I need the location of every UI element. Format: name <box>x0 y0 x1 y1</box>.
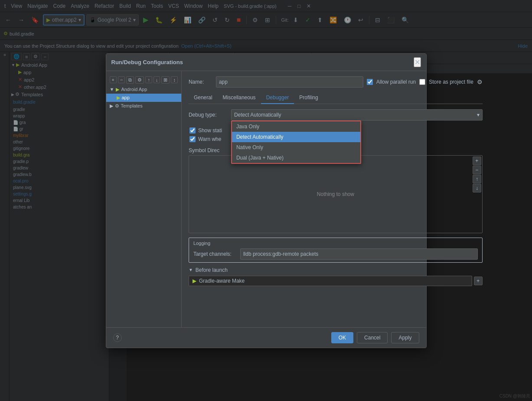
gradle-make-icon: ▶ <box>193 278 196 284</box>
dialog-close-button[interactable]: ✕ <box>414 57 421 67</box>
dialog-tree-templates[interactable]: ▶ ⚙ Templates <box>106 102 181 110</box>
symbol-add-button[interactable]: + <box>473 156 481 165</box>
dialog-title-bar: Run/Debug Configurations ✕ <box>106 54 426 71</box>
settings-gear-button[interactable]: ⚙ <box>477 78 483 85</box>
dialog-left-toolbar: + − ⧉ ⚙ ↑ ↓ ⊞ ↕ <box>106 75 181 85</box>
dialog-tabs: General Miscellaneous Debugger Profiling <box>189 92 483 104</box>
warn-when-checkbox[interactable] <box>189 136 196 142</box>
copy-config-button[interactable]: ⧉ <box>126 76 134 84</box>
target-channels-input[interactable] <box>240 248 478 260</box>
dropdown-item-detect-auto[interactable]: Detect Automatically <box>232 132 360 142</box>
name-row: Name: Allow parallel run Store as projec… <box>189 76 483 88</box>
dropdown-arrow-icon: ▾ <box>477 112 480 118</box>
tab-debugger[interactable]: Debugger <box>261 92 294 104</box>
dialog-footer: ? OK Cancel Apply <box>106 327 426 348</box>
dialog-left-panel: + − ⧉ ⚙ ↑ ↓ ⊞ ↕ ▼ ▶ Android App <box>106 71 182 327</box>
expand-button[interactable]: ↕ <box>171 76 178 83</box>
dialog-tree-android-app[interactable]: ▼ ▶ Android App <box>106 85 181 94</box>
logging-title: Logging <box>193 241 478 246</box>
add-config-button[interactable]: + <box>110 76 117 83</box>
nothing-to-show-text: Nothing to show <box>317 191 354 197</box>
logging-row: Target channels: <box>193 248 478 260</box>
debug-type-dropdown-container: Detect Automatically ▾ Java Only Detect … <box>231 109 483 121</box>
store-as-project-checkbox[interactable] <box>419 79 425 85</box>
cancel-button[interactable]: Cancel <box>357 332 388 343</box>
dialog-tree-templates-label: Templates <box>121 103 143 108</box>
tab-miscellaneous[interactable]: Miscellaneous <box>218 92 261 104</box>
debug-type-label: Debug type: <box>189 112 228 118</box>
help-button[interactable]: ? <box>113 333 122 342</box>
dropdown-item-dual[interactable]: Dual (Java + Native) <box>232 153 360 163</box>
dialog-app-icon: ▶ <box>117 95 120 101</box>
sort-button[interactable]: ⊞ <box>161 76 170 84</box>
symbol-dir-area: Nothing to show + − ↑ ↓ <box>189 155 483 233</box>
dialog-body: + − ⧉ ⚙ ↑ ↓ ⊞ ↕ ▼ ▶ Android App <box>106 71 426 327</box>
show-static-label: Show stati <box>198 127 222 134</box>
debug-type-row: Debug type: Detect Automatically ▾ Java … <box>189 109 483 121</box>
tab-profiling[interactable]: Profiling <box>294 92 323 104</box>
show-static-checkbox[interactable] <box>189 127 196 134</box>
dialog-templates-chevron: ▶ <box>110 103 113 109</box>
before-launch-section: ▼ Before launch ▶ Gradle-aware Make + <box>189 267 483 286</box>
ide-background: t View Navigate Code Analyze Refactor Bu… <box>0 0 532 401</box>
run-debug-dialog: Run/Debug Configurations ✕ + − ⧉ ⚙ ↑ ↓ ⊞… <box>106 53 427 348</box>
before-launch-chevron-icon: ▼ <box>189 267 193 272</box>
move-up-button[interactable]: ↑ <box>145 76 152 83</box>
remove-config-button[interactable]: − <box>118 76 125 83</box>
dialog-tree-chevron: ▼ <box>110 87 114 92</box>
apply-button[interactable]: Apply <box>391 332 419 343</box>
dialog-tree-app[interactable]: ▶ app <box>106 94 181 102</box>
before-launch-row: ▶ Gradle-aware Make + <box>189 276 483 286</box>
symbol-remove-button[interactable]: − <box>473 166 481 174</box>
ok-button[interactable]: OK <box>331 332 353 343</box>
settings-config-button[interactable]: ⚙ <box>135 76 144 84</box>
dialog-right-panel: Name: Allow parallel run Store as projec… <box>182 71 490 327</box>
dialog-templates-icon: ⚙ <box>115 103 119 109</box>
warn-when-label: Warn whe <box>198 136 222 142</box>
allow-parallel-checkbox[interactable] <box>367 79 373 85</box>
before-launch-add-button[interactable]: + <box>474 277 483 285</box>
symbol-toolbar: + − ↑ ↓ <box>472 156 482 193</box>
symbol-up-button[interactable]: ↑ <box>473 175 481 183</box>
gradle-aware-make-label: Gradle-aware Make <box>199 278 245 284</box>
dropdown-item-native-only[interactable]: Native Only <box>232 142 360 153</box>
dialog-tree-app-label: app <box>122 95 130 100</box>
symbol-down-button[interactable]: ↓ <box>473 184 481 192</box>
name-label: Name: <box>189 79 212 85</box>
debug-type-value: Detect Automatically <box>234 112 281 118</box>
move-down-button[interactable]: ↓ <box>153 76 160 83</box>
dialog-tree-android-label: Android App <box>121 87 147 92</box>
logging-section: Logging Target channels: <box>189 238 483 263</box>
dialog-android-icon: ▶ <box>116 87 119 92</box>
allow-parallel-label: Allow parallel run <box>376 79 416 85</box>
before-launch-label: Before launch <box>196 267 228 273</box>
name-input[interactable] <box>216 76 363 88</box>
symbol-dir-label: Symbol Direc <box>189 147 219 153</box>
debug-type-dropdown[interactable]: Detect Automatically ▾ <box>231 109 483 121</box>
dialog-overlay: Run/Debug Configurations ✕ + − ⧉ ⚙ ↑ ↓ ⊞… <box>0 0 532 401</box>
dropdown-item-java-only[interactable]: Java Only <box>232 121 360 132</box>
debug-type-dropdown-menu: Java Only Detect Automatically Native On… <box>231 121 361 164</box>
target-channels-label: Target channels: <box>193 251 237 257</box>
gradle-aware-make-item: ▶ Gradle-aware Make <box>189 276 472 286</box>
dialog-title: Run/Debug Configurations <box>111 59 183 65</box>
before-launch-header: ▼ Before launch <box>189 267 483 273</box>
tab-general[interactable]: General <box>189 92 218 104</box>
store-as-project-label: Store as project file <box>429 79 473 85</box>
